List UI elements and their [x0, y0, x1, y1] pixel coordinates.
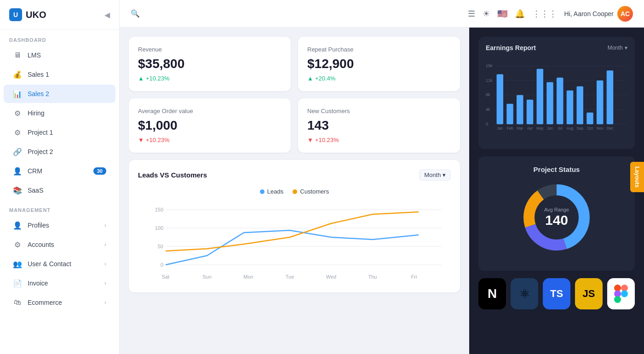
user-section[interactable]: Hi, Aaron Cooper AC	[564, 6, 633, 22]
earnings-report-card: Earnings Report Month ▾ 15k 11k 8k 4k 0	[478, 37, 635, 149]
search-box[interactable]: 🔍	[131, 9, 140, 18]
arrow-down-icon: ▼	[307, 137, 313, 143]
sidebar-item-invoice[interactable]: 📄 Invoice ›	[4, 274, 115, 292]
content-area: Revenue $35,800 ▲ +10.23% Repeat Purchas…	[120, 28, 644, 354]
sales2-icon: 📊	[13, 89, 22, 98]
sidebar-item-crm[interactable]: 👤 CRM 30	[4, 162, 115, 180]
customers-dot	[293, 189, 297, 194]
metric-label: Repeat Purchase	[307, 46, 451, 53]
flag-icon[interactable]: 🇺🇸	[497, 9, 507, 19]
layouts-tab[interactable]: Layouts	[630, 162, 644, 192]
logo-icon: U	[9, 8, 22, 21]
chevron-right-icon: ›	[104, 280, 106, 286]
earnings-header: Earnings Report Month ▾	[486, 44, 627, 51]
sidebar-item-sales1[interactable]: 💰 Sales 1	[4, 65, 115, 84]
svg-text:100: 100	[155, 225, 163, 231]
project1-icon: ⚙	[13, 128, 22, 137]
right-panel: Earnings Report Month ▾ 15k 11k 8k 4k 0	[469, 28, 644, 354]
svg-text:Thu: Thu	[368, 274, 377, 280]
metric-repeat-purchase: Repeat Purchase $12,900 ▲ +20.4%	[298, 37, 460, 91]
sidebar-item-sales2[interactable]: 📊 Sales 2	[4, 85, 115, 103]
period-selector[interactable]: Month ▾	[419, 169, 451, 181]
crm-badge: 30	[93, 167, 106, 175]
section-management-label: MANAGEMENT	[0, 200, 119, 216]
sidebar-item-accounts[interactable]: ⚙ Accounts ›	[4, 235, 115, 254]
tech-icon-react: ⚛	[511, 278, 538, 309]
sidebar-item-hiring[interactable]: ⚙ Hiring	[4, 104, 115, 122]
earnings-period-selector[interactable]: Month ▾	[608, 45, 627, 51]
leads-dot	[260, 189, 264, 194]
svg-rect-41	[576, 86, 583, 124]
sidebar-item-label: Ecommerce	[28, 299, 62, 306]
svg-text:8k: 8k	[486, 92, 490, 97]
svg-text:May: May	[536, 126, 544, 131]
chevron-right-icon: ›	[104, 241, 106, 248]
sidebar-item-project2[interactable]: 🔗 Project 2	[4, 143, 115, 161]
svg-rect-35	[546, 82, 553, 124]
svg-text:Apr: Apr	[527, 126, 533, 131]
svg-text:150: 150	[155, 207, 163, 212]
sidebar-item-project1[interactable]: ⚙ Project 1	[4, 123, 115, 142]
sidebar-collapse-button[interactable]: ◀	[104, 11, 110, 19]
grid-icon[interactable]: ⋮⋮⋮	[532, 9, 557, 19]
sidebar-item-label: Sales 1	[28, 71, 49, 78]
svg-text:15k: 15k	[486, 63, 493, 68]
svg-text:Jul: Jul	[558, 126, 563, 131]
tech-icons-row: N ⚛ TS JS	[478, 278, 635, 309]
chevron-right-icon: ›	[104, 299, 106, 306]
project-status-card: Project Status Avg Range	[478, 156, 635, 271]
arrow-down-icon: ▼	[138, 137, 144, 143]
chart-header: Leads VS Customers Month ▾	[138, 169, 451, 181]
sidebar-item-label: Accounts	[28, 241, 54, 248]
svg-text:Mar: Mar	[517, 126, 523, 131]
avatar: AC	[617, 6, 633, 22]
metric-value: $12,900	[307, 57, 451, 71]
sidebar-item-saas[interactable]: 📚 SaaS	[4, 181, 115, 200]
ecommerce-icon: 🛍	[13, 298, 22, 307]
svg-text:0: 0	[486, 122, 488, 126]
donut-chart: Avg Range 140	[520, 181, 593, 254]
metric-label: New Customers	[307, 108, 451, 114]
left-panel: Revenue $35,800 ▲ +10.23% Repeat Purchas…	[120, 28, 469, 354]
tech-icon-nextjs: N	[478, 278, 506, 309]
notification-icon[interactable]: 🔔	[515, 9, 525, 19]
search-icon: 🔍	[131, 9, 140, 18]
svg-text:Jun: Jun	[547, 126, 553, 131]
sidebar-item-ecommerce[interactable]: 🛍 Ecommerce ›	[4, 293, 115, 312]
theme-icon[interactable]: ☀	[483, 9, 490, 19]
sidebar-item-label: CRM	[28, 167, 42, 175]
svg-text:Feb: Feb	[507, 126, 514, 131]
sidebar-item-label: User & Contact	[28, 260, 71, 268]
svg-rect-25	[497, 74, 503, 124]
metric-change: ▼ +10.23%	[138, 137, 282, 143]
user-contact-icon: 👥	[13, 259, 22, 268]
tech-icon-typescript: TS	[543, 278, 570, 309]
sidebar: U UKO ◀ DASHBOARD 🖥 LMS 💰 Sales 1 📊 Sale…	[0, 0, 120, 354]
metric-revenue: Revenue $35,800 ▲ +10.23%	[129, 37, 291, 91]
chevron-down-icon: ▾	[625, 45, 627, 51]
menu-icon[interactable]: ☰	[468, 9, 475, 19]
sidebar-item-user-contact[interactable]: 👥 User & Contact ›	[4, 255, 115, 273]
profiles-icon: 👤	[13, 221, 22, 230]
sidebar-item-lms[interactable]: 🖥 LMS	[4, 46, 115, 64]
svg-point-57	[621, 291, 628, 297]
earnings-title: Earnings Report	[486, 44, 536, 51]
sales1-icon: 💰	[13, 70, 22, 79]
chart-legend: Leads Customers	[138, 188, 451, 195]
sidebar-item-label: Project 2	[28, 148, 53, 155]
metric-change: ▼ +10.23%	[307, 137, 451, 143]
leads-vs-customers-card: Leads VS Customers Month ▾ Leads Custome…	[129, 160, 460, 292]
main-area: 🔍 ☰ ☀ 🇺🇸 🔔 ⋮⋮⋮ Hi, Aaron Cooper AC Reven…	[120, 0, 644, 354]
metric-change: ▲ +10.23%	[138, 75, 282, 82]
crm-icon: 👤	[13, 166, 22, 176]
svg-rect-39	[567, 91, 573, 124]
svg-rect-33	[537, 69, 543, 124]
metrics-grid: Revenue $35,800 ▲ +10.23% Repeat Purchas…	[129, 37, 460, 153]
svg-text:Tue: Tue	[286, 274, 294, 280]
earnings-bar-chart: 15k 11k 8k 4k 0 Jan Feb	[486, 57, 627, 140]
tech-icon-javascript: JS	[575, 278, 603, 309]
svg-text:Sep: Sep	[576, 126, 583, 131]
lms-icon: 🖥	[13, 51, 22, 60]
svg-text:Dec: Dec	[607, 126, 613, 131]
sidebar-item-profiles[interactable]: 👤 Profiles ›	[4, 216, 115, 234]
